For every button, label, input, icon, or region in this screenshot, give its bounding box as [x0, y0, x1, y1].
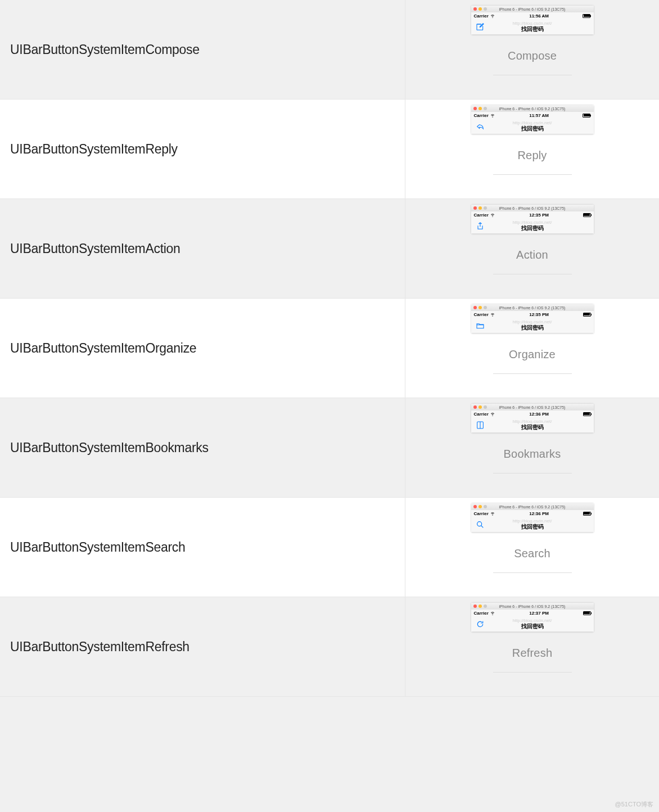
- url-watermark: http://blog.csdn.net/: [471, 419, 594, 424]
- status-bar: Carrier 11:57 AM: [471, 112, 594, 119]
- row-organize: UIBarButtonSystemItemOrganize iPhone 6 -…: [0, 299, 659, 398]
- action-icon: [476, 222, 485, 231]
- status-time: 12:37 PM: [529, 611, 549, 616]
- close-icon[interactable]: [473, 7, 477, 11]
- row-compose: UIBarButtonSystemItemCompose iPhone 6 - …: [0, 0, 659, 100]
- zoom-icon[interactable]: [484, 605, 487, 608]
- window-title: iPhone 6 - iPhone 6 / iOS 9.2 (13C75): [471, 206, 594, 210]
- window-titlebar: iPhone 6 - iPhone 6 / iOS 9.2 (13C75): [471, 304, 594, 311]
- wifi-icon: [490, 511, 495, 516]
- battery-icon: [583, 412, 591, 416]
- wifi-icon: [490, 610, 495, 616]
- enum-label: UIBarButtonSystemItemReply: [0, 100, 405, 199]
- battery-icon: [583, 14, 590, 18]
- caption-label: Bookmarks: [504, 448, 561, 461]
- zoom-icon[interactable]: [484, 107, 487, 110]
- battery-icon: [583, 114, 590, 118]
- refresh-icon: [476, 620, 485, 629]
- battery-icon: [583, 611, 591, 615]
- navigation-bar: http://blog.csdn.net/ 找回密码: [471, 318, 594, 333]
- carrier-label: Carrier: [474, 611, 489, 616]
- close-icon[interactable]: [473, 306, 477, 309]
- zoom-icon[interactable]: [484, 505, 487, 508]
- minimize-icon[interactable]: [479, 605, 482, 608]
- divider: [493, 572, 572, 573]
- navigation-bar: http://blog.csdn.net/ 找回密码: [471, 19, 594, 35]
- status-bar: Carrier 11:56 AM: [471, 12, 594, 19]
- close-icon[interactable]: [473, 505, 477, 508]
- enum-label: UIBarButtonSystemItemRefresh: [0, 597, 405, 696]
- close-icon[interactable]: [473, 206, 477, 210]
- battery-icon: [583, 213, 591, 217]
- simulator-window: iPhone 6 - iPhone 6 / iOS 9.2 (13C75) Ca…: [471, 304, 594, 333]
- window-titlebar: iPhone 6 - iPhone 6 / iOS 9.2 (13C75): [471, 205, 594, 211]
- nav-title: 找回密码: [471, 225, 594, 232]
- simulator-window: iPhone 6 - iPhone 6 / iOS 9.2 (13C75) Ca…: [471, 6, 594, 35]
- simulator-window: iPhone 6 - iPhone 6 / iOS 9.2 (13C75) Ca…: [471, 105, 594, 134]
- wifi-icon: [490, 312, 495, 317]
- organize-icon: [476, 321, 485, 330]
- url-watermark: http://blog.csdn.net/: [471, 220, 594, 225]
- status-time: 12:36 PM: [529, 511, 549, 516]
- divider: [493, 672, 572, 673]
- minimize-icon[interactable]: [479, 505, 482, 508]
- navigation-bar: http://blog.csdn.net/ 找回密码: [471, 119, 594, 134]
- minimize-icon[interactable]: [479, 306, 482, 309]
- window-title: iPhone 6 - iPhone 6 / iOS 9.2 (13C75): [471, 107, 594, 111]
- url-watermark: http://blog.csdn.net/: [471, 21, 594, 26]
- search-icon: [476, 520, 485, 529]
- status-bar: Carrier 12:35 PM: [471, 211, 594, 218]
- status-bar: Carrier 12:36 PM: [471, 510, 594, 517]
- battery-icon: [583, 313, 591, 317]
- status-bar: Carrier 12:36 PM: [471, 410, 594, 417]
- preview-cell: iPhone 6 - iPhone 6 / iOS 9.2 (13C75) Ca…: [405, 199, 659, 298]
- divider: [493, 274, 572, 274]
- carrier-label: Carrier: [474, 213, 489, 218]
- row-bookmarks: UIBarButtonSystemItemBookmarks iPhone 6 …: [0, 398, 659, 498]
- preview-cell: iPhone 6 - iPhone 6 / iOS 9.2 (13C75) Ca…: [405, 0, 659, 99]
- zoom-icon[interactable]: [484, 206, 487, 210]
- nav-title: 找回密码: [471, 26, 594, 33]
- row-reply: UIBarButtonSystemItemReply iPhone 6 - iP…: [0, 100, 659, 199]
- close-icon[interactable]: [473, 605, 477, 608]
- preview-cell: iPhone 6 - iPhone 6 / iOS 9.2 (13C75) Ca…: [405, 398, 659, 497]
- status-bar: Carrier 12:37 PM: [471, 610, 594, 616]
- enum-label: UIBarButtonSystemItemOrganize: [0, 299, 405, 398]
- minimize-icon[interactable]: [479, 206, 482, 210]
- window-titlebar: iPhone 6 - iPhone 6 / iOS 9.2 (13C75): [471, 603, 594, 610]
- status-time: 12:35 PM: [529, 213, 549, 218]
- close-icon[interactable]: [473, 107, 477, 110]
- wifi-icon: [490, 13, 495, 19]
- zoom-icon[interactable]: [484, 7, 487, 11]
- carrier-label: Carrier: [474, 511, 489, 516]
- divider: [493, 75, 572, 75]
- url-watermark: http://blog.csdn.net/: [471, 619, 594, 623]
- divider: [493, 373, 572, 374]
- nav-title: 找回密码: [471, 524, 594, 530]
- row-refresh: UIBarButtonSystemItemRefresh iPhone 6 - …: [0, 597, 659, 697]
- preview-cell: iPhone 6 - iPhone 6 / iOS 9.2 (13C75) Ca…: [405, 100, 659, 199]
- caption-label: Organize: [509, 348, 556, 361]
- caption-label: Search: [514, 547, 550, 560]
- minimize-icon[interactable]: [479, 405, 482, 409]
- nav-title: 找回密码: [471, 125, 594, 132]
- row-search: UIBarButtonSystemItemSearch iPhone 6 - i…: [0, 498, 659, 597]
- status-time: 11:56 AM: [529, 13, 549, 19]
- close-icon[interactable]: [473, 405, 477, 409]
- bookmarks-icon: [476, 421, 485, 430]
- zoom-icon[interactable]: [484, 405, 487, 409]
- simulator-window: iPhone 6 - iPhone 6 / iOS 9.2 (13C75) Ca…: [471, 603, 594, 632]
- window-titlebar: iPhone 6 - iPhone 6 / iOS 9.2 (13C75): [471, 6, 594, 12]
- simulator-window: iPhone 6 - iPhone 6 / iOS 9.2 (13C75) Ca…: [471, 503, 594, 533]
- minimize-icon[interactable]: [479, 107, 482, 110]
- minimize-icon[interactable]: [479, 7, 482, 11]
- navigation-bar: http://blog.csdn.net/ 找回密码: [471, 616, 594, 632]
- enum-label: UIBarButtonSystemItemBookmarks: [0, 398, 405, 497]
- caption-label: Refresh: [512, 647, 552, 660]
- zoom-icon[interactable]: [484, 306, 487, 309]
- divider: [493, 174, 572, 175]
- navigation-bar: http://blog.csdn.net/ 找回密码: [471, 517, 594, 533]
- divider: [493, 473, 572, 473]
- preview-cell: iPhone 6 - iPhone 6 / iOS 9.2 (13C75) Ca…: [405, 498, 659, 597]
- simulator-window: iPhone 6 - iPhone 6 / iOS 9.2 (13C75) Ca…: [471, 205, 594, 234]
